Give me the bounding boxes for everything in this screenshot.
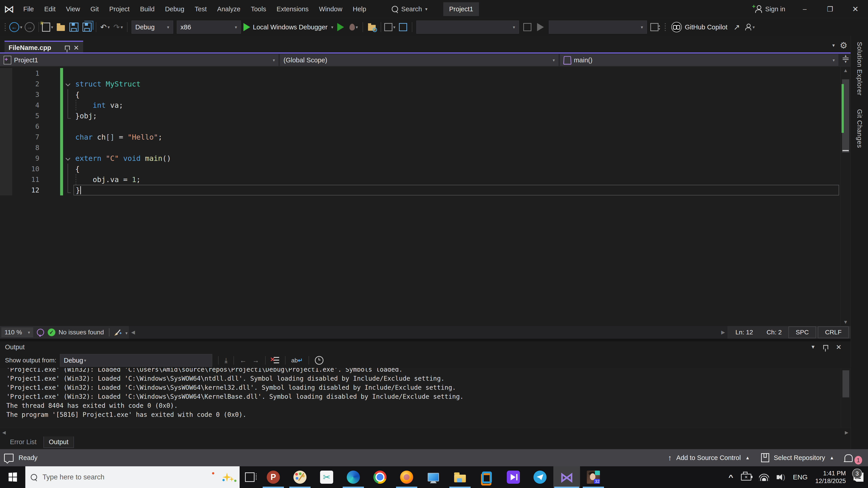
tab-solution-explorer[interactable]: Solution Explorer <box>856 42 863 96</box>
taskbar-app-firefox[interactable] <box>393 466 420 488</box>
output-panel-header[interactable]: Output ▼ ✕ <box>0 341 850 353</box>
output-horizontal-scrollbar[interactable]: ◀ ▶ <box>0 428 850 436</box>
new-project-button[interactable]: ▾ <box>42 21 54 33</box>
output-scroll-right-icon[interactable]: ▶ <box>845 430 848 435</box>
code-cleanup-button[interactable]: ✦ ▾ <box>114 329 128 336</box>
next-message-icon[interactable]: → <box>252 357 259 364</box>
line-content[interactable] <box>73 68 839 78</box>
taskbar-app-edge[interactable] <box>340 466 367 488</box>
notification-bell-icon[interactable] <box>844 454 852 461</box>
code-line-9[interactable]: 9extern "C" void main() <box>0 153 840 164</box>
timestamp-icon[interactable] <box>315 356 323 365</box>
wifi-icon[interactable] <box>759 473 769 481</box>
line-content[interactable]: } <box>73 185 839 195</box>
code-lines[interactable]: 12struct MyStruct3{4 int va;5}obj;67char… <box>0 67 840 326</box>
toolbar-combo-1[interactable]: ▾ <box>416 21 519 34</box>
close-button[interactable]: ✕ <box>843 0 868 18</box>
taskbar-app-media[interactable] <box>500 466 527 488</box>
menu-file[interactable]: File <box>18 0 39 18</box>
pin-icon[interactable] <box>65 46 70 50</box>
editor-horizontal-scrollbar[interactable]: ◀ ▶ <box>129 326 727 339</box>
attach-button[interactable] <box>522 21 533 33</box>
code-line-2[interactable]: 2struct MyStruct <box>0 78 840 89</box>
previous-message-icon[interactable]: ← <box>240 357 247 364</box>
fold-collapse-icon[interactable] <box>63 78 73 89</box>
taskbar-app-vmware[interactable] <box>473 466 500 488</box>
output-scroll-left-icon[interactable]: ◀ <box>2 430 6 435</box>
tray-expand-icon[interactable]: ^ <box>728 473 733 481</box>
feedback-person-button[interactable]: ▾ <box>744 21 756 33</box>
breakpoint-margin[interactable] <box>0 132 12 142</box>
clear-all-icon[interactable]: ✕ <box>272 357 279 364</box>
editor-vertical-scrollbar[interactable]: ▲ ▼ <box>840 67 850 326</box>
redo-button[interactable]: ↷▾ <box>112 21 124 33</box>
taskbar-app-telegram[interactable] <box>527 466 553 488</box>
gear-icon[interactable]: ⚙ <box>840 40 847 51</box>
member-dropdown[interactable]: main() ▾ <box>560 54 838 66</box>
project-dropdown[interactable]: Project1 ▾ <box>0 54 278 66</box>
breakpoint-margin[interactable] <box>0 153 12 164</box>
menu-debug[interactable]: Debug <box>160 0 189 18</box>
code-editor[interactable]: 12struct MyStruct3{4 int va;5}obj;67char… <box>0 67 850 326</box>
menu-window[interactable]: Window <box>314 0 347 18</box>
menu-analyze[interactable]: Analyze <box>212 0 246 18</box>
toolbar-combo-2[interactable]: ▾ <box>549 21 647 34</box>
breakpoint-margin[interactable] <box>0 100 12 110</box>
close-panel-icon[interactable]: ✕ <box>836 343 842 351</box>
code-line-3[interactable]: 3{ <box>0 89 840 100</box>
menu-view[interactable]: View <box>61 0 85 18</box>
taskbar-app-persepolis[interactable]: P <box>260 466 287 488</box>
language-indicator[interactable]: ENG <box>793 473 808 481</box>
code-line-4[interactable]: 4 int va; <box>0 100 840 110</box>
code-line-10[interactable]: 10{ <box>0 164 840 174</box>
breakpoint-margin[interactable] <box>0 174 12 185</box>
code-line-5[interactable]: 5}obj; <box>0 110 840 121</box>
line-content[interactable]: extern "C" void main() <box>73 153 839 164</box>
taskbar-search-box[interactable]: Type here to search <box>25 466 240 488</box>
start-debugging-button[interactable]: Local Windows Debugger ▾ <box>243 21 333 33</box>
window-position-chevron-icon[interactable]: ▼ <box>811 344 815 350</box>
tab-git-changes[interactable]: Git Changes <box>856 109 863 148</box>
properties-window-button[interactable] <box>397 21 409 33</box>
line-indicator[interactable]: Ln: 12 <box>736 329 753 336</box>
fold-collapse-icon[interactable] <box>63 153 73 164</box>
output-vertical-scrollbar[interactable] <box>841 368 850 428</box>
github-copilot-button[interactable]: GitHub Copilot <box>671 22 727 32</box>
line-content[interactable] <box>73 142 839 153</box>
taskbar-app-photo[interactable]: 32 <box>580 466 607 488</box>
line-content[interactable]: { <box>73 89 839 100</box>
code-line-8[interactable]: 8 <box>0 142 840 153</box>
task-view-button[interactable] <box>240 466 260 488</box>
line-ending-indicator[interactable]: CRLF <box>818 326 849 338</box>
menu-git[interactable]: Git <box>85 0 104 18</box>
taskbar-app-paint[interactable] <box>287 466 313 488</box>
scroll-up-icon[interactable]: ▲ <box>843 67 848 74</box>
output-source-dropdown[interactable]: Debug ▾ <box>60 354 212 367</box>
menu-build[interactable]: Build <box>135 0 160 18</box>
minimize-button[interactable]: – <box>792 0 817 18</box>
clock[interactable]: 1:41 PM 12/18/2025 <box>815 469 846 485</box>
line-content[interactable]: { <box>73 164 839 174</box>
taskbar-app-thispc[interactable] <box>420 466 447 488</box>
tab-error-list[interactable]: Error List <box>5 436 41 448</box>
scroll-down-icon[interactable]: ▼ <box>843 318 848 326</box>
breakpoint-margin[interactable] <box>0 78 12 89</box>
taskbar-app-explorer[interactable] <box>447 466 473 488</box>
split-editor-handle[interactable]: ▴▾ <box>841 54 850 66</box>
share-button[interactable]: ↗ <box>731 21 743 33</box>
restore-button[interactable]: ❐ <box>817 0 843 18</box>
breakpoint-margin[interactable] <box>0 68 12 78</box>
navigate-back-button[interactable]: ←▾ <box>9 21 22 33</box>
line-content[interactable]: struct MyStruct <box>73 78 839 89</box>
menu-tools[interactable]: Tools <box>246 0 272 18</box>
scroll-right-icon[interactable]: ▶ <box>721 329 725 335</box>
line-content[interactable] <box>73 121 839 132</box>
solution-configuration-dropdown[interactable]: Debug▾ <box>131 21 173 34</box>
start-without-debugging-button[interactable] <box>335 21 346 33</box>
taskbar-app-vs[interactable]: ⋈ <box>553 466 580 488</box>
tab-list-chevron-icon[interactable]: ▾ <box>832 42 835 48</box>
breakpoint-margin[interactable] <box>0 89 12 100</box>
open-file-button[interactable] <box>55 21 67 33</box>
menu-edit[interactable]: Edit <box>39 0 61 18</box>
space-mode-indicator[interactable]: SPC <box>788 326 816 338</box>
